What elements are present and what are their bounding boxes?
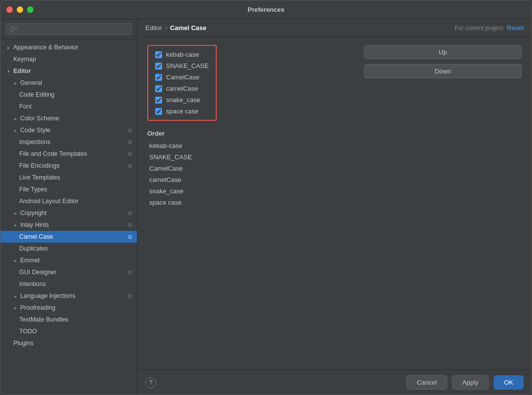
close-button[interactable] <box>6 6 13 13</box>
chevron-right-icon <box>5 44 11 50</box>
order-item-camel-case-upper[interactable]: CamelCase <box>147 164 217 173</box>
sidebar-item-label: Plugins <box>13 340 132 347</box>
sidebar-item-keymap[interactable]: Keymap <box>0 53 137 65</box>
checkbox-input-snake-case[interactable] <box>155 97 162 104</box>
sidebar-item-file-types[interactable]: File Types <box>0 183 137 195</box>
sidebar-item-copyright[interactable]: Copyright ⧉ <box>0 207 137 219</box>
sidebar-item-label: Inlay Hints <box>20 221 126 228</box>
sidebar-item-code-editing[interactable]: Code Editing <box>0 89 137 101</box>
for-current-project-link[interactable]: For current project <box>455 25 503 32</box>
checkbox-label-space-case: space case <box>166 108 199 115</box>
checkbox-kebab-case[interactable]: kebab-case <box>155 51 209 58</box>
up-button[interactable]: Up <box>364 45 522 59</box>
breadcrumb-current: Camel Case <box>170 24 206 32</box>
chevron-right-icon <box>12 257 18 263</box>
sidebar-item-label: File and Code Templates <box>19 150 126 157</box>
sidebar-item-label: Copyright <box>20 210 126 216</box>
checkbox-label-snake-case: snake_case <box>166 96 200 104</box>
sidebar-item-label: Appearance & Behavior <box>13 44 132 51</box>
checkbox-input-kebab-case[interactable] <box>155 51 162 58</box>
down-button[interactable]: Down <box>364 64 522 78</box>
sidebar-item-general[interactable]: General <box>0 77 137 89</box>
sidebar-item-label: Color Scheme <box>20 115 132 122</box>
help-button[interactable]: ? <box>145 377 156 388</box>
copy-icon: ⧉ <box>128 163 132 169</box>
checkbox-input-camel-case-lower[interactable] <box>155 85 162 92</box>
order-item-camel-case-lower[interactable]: camelCase <box>147 175 217 184</box>
copy-icon: ⧉ <box>128 127 132 134</box>
sidebar-item-file-encodings[interactable]: File Encodings ⧉ <box>0 160 137 172</box>
sidebar-item-font[interactable]: Font <box>0 101 137 112</box>
sidebar-item-plugins[interactable]: Plugins <box>0 337 137 349</box>
sidebar-item-inlay-hints[interactable]: Inlay Hints ⧉ <box>0 219 137 231</box>
breadcrumb: Editor › Camel Case <box>145 24 451 32</box>
sidebar-item-color-scheme[interactable]: Color Scheme <box>0 112 137 124</box>
chevron-right-icon <box>12 80 18 86</box>
sidebar-item-proofreading[interactable]: Proofreading <box>0 302 137 314</box>
sidebar-item-camel-case[interactable]: Camel Case ⧉ <box>0 231 137 243</box>
cancel-button[interactable]: Cancel <box>406 375 447 390</box>
sidebar-item-label: Live Templates <box>19 174 132 181</box>
panel-header: Editor › Camel Case For current project … <box>137 19 532 37</box>
sidebar-item-editor[interactable]: Editor <box>0 65 137 77</box>
reset-button[interactable]: Reset <box>507 24 524 32</box>
sidebar-item-live-templates[interactable]: Live Templates <box>0 172 137 183</box>
checkbox-input-camel-case-upper[interactable] <box>155 74 162 81</box>
checkbox-input-snake-case-upper[interactable] <box>155 63 162 70</box>
sidebar-item-textmate-bundles[interactable]: TextMate Bundles <box>0 314 137 325</box>
checkbox-snake-case-upper[interactable]: SNAKE_CASE <box>155 62 209 70</box>
order-item-snake-case-upper[interactable]: SNAKE_CASE <box>147 152 217 162</box>
sidebar-item-label: Code Editing <box>19 91 132 98</box>
order-item-space-case[interactable]: space case <box>147 198 217 207</box>
sidebar-item-android-layout-editor[interactable]: Android Layout Editor <box>0 195 137 207</box>
sidebar-item-label: Code Style <box>20 127 126 134</box>
chevron-right-icon <box>12 210 18 216</box>
checkbox-label-camel-case-lower: camelCase <box>166 85 198 92</box>
order-item-kebab-case[interactable]: kebab-case <box>147 141 217 150</box>
sidebar-item-label: File Encodings <box>19 162 126 169</box>
sidebar-item-intentions[interactable]: Intentions <box>0 278 137 290</box>
sidebar-item-label: File Types <box>19 186 132 193</box>
sidebar-item-label: Inspections <box>19 139 126 145</box>
checkbox-snake-case[interactable]: snake_case <box>155 96 209 104</box>
copy-icon: ⧉ <box>128 210 132 216</box>
order-section: Order kebab-case SNAKE_CASE CamelCase ca… <box>147 130 217 207</box>
chevron-down-icon <box>5 68 11 74</box>
sidebar-item-label: Language Injections <box>20 292 126 299</box>
sidebar-item-code-style[interactable]: Code Style ⧉ <box>0 124 137 136</box>
window-title: Preferences <box>248 6 284 13</box>
sidebar-item-language-injections[interactable]: Language Injections ⧉ <box>0 290 137 302</box>
checkbox-space-case[interactable]: space case <box>155 108 209 115</box>
sidebar-item-label: Font <box>19 103 132 110</box>
minimize-button[interactable] <box>17 6 23 13</box>
checkbox-label-kebab-case: kebab-case <box>166 51 199 58</box>
sidebar-item-label: TODO <box>19 328 132 335</box>
sidebar-item-label: Emmet <box>20 257 132 264</box>
checkbox-camel-case-upper[interactable]: CamelCase <box>155 73 209 81</box>
sidebar-item-appearance-behavior[interactable]: Appearance & Behavior <box>0 41 137 53</box>
sidebar-item-label: General <box>20 79 132 86</box>
copy-icon: ⧉ <box>128 269 132 276</box>
sidebar-item-file-and-code-templates[interactable]: File and Code Templates ⧉ <box>0 148 137 160</box>
chevron-right-icon <box>12 293 18 299</box>
sidebar-item-todo[interactable]: TODO <box>0 325 137 337</box>
search-input[interactable] <box>5 23 132 35</box>
sidebar-item-duplicates[interactable]: Duplicates <box>0 243 137 254</box>
copy-icon: ⧉ <box>128 151 132 157</box>
chevron-right-icon <box>12 222 18 228</box>
title-bar: Preferences <box>0 0 532 19</box>
sidebar-item-label: Proofreading <box>20 304 132 311</box>
copy-icon: ⧉ <box>128 222 132 228</box>
sidebar-item-label: Editor <box>13 68 132 74</box>
checkbox-input-space-case[interactable] <box>155 108 162 115</box>
checkbox-camel-case-lower[interactable]: camelCase <box>155 85 209 92</box>
checkbox-label-camel-case-upper: CamelCase <box>166 73 200 81</box>
apply-button[interactable]: Apply <box>452 375 489 390</box>
sidebar-item-emmet[interactable]: Emmet <box>0 254 137 266</box>
sidebar-item-gui-designer[interactable]: GUI Designer ⧉ <box>0 266 137 278</box>
left-section: kebab-case SNAKE_CASE CamelCase cam <box>147 45 217 362</box>
ok-button[interactable]: OK <box>494 375 524 390</box>
sidebar-item-inspections[interactable]: Inspections ⧉ <box>0 136 137 148</box>
maximize-button[interactable] <box>27 6 33 13</box>
order-item-snake-case[interactable]: snake_case <box>147 186 217 196</box>
